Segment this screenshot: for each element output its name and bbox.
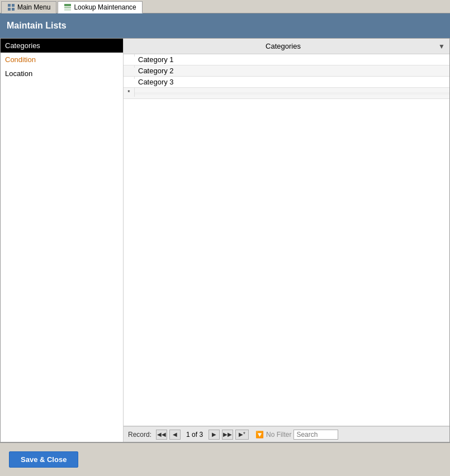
svg-rect-0 (8, 4, 11, 7)
nav-filter: 🔽 No Filter (255, 431, 291, 439)
left-panel: Categories Condition Location (1, 39, 124, 442)
title-bar: Maintain Lists (0, 13, 450, 38)
right-panel: Categories ▼ Category 1 Category 2 Categ… (124, 39, 449, 442)
tab-main-menu[interactable]: Main Menu (1, 1, 56, 13)
main-content: Categories Condition Location Categories… (0, 38, 450, 442)
row-selector-3 (124, 77, 135, 79)
nav-prev-button[interactable]: ◀ (169, 430, 181, 440)
row-cell-2[interactable]: Category 2 (135, 65, 449, 76)
sidebar-item-categories[interactable]: Categories (1, 39, 123, 53)
table-row-new[interactable]: * (124, 88, 449, 99)
svg-rect-1 (12, 4, 15, 7)
grid-header-dropdown[interactable]: ▼ (438, 43, 445, 50)
nav-next-button[interactable]: ▶ (209, 430, 220, 440)
row-cell-3[interactable]: Category 3 (135, 77, 449, 87)
row-cell-new[interactable] (135, 92, 449, 95)
svg-rect-5 (64, 7, 71, 8)
table-row[interactable]: Category 1 (124, 54, 449, 65)
tab-bar: Main Menu Lookup Maintenance (0, 0, 450, 13)
row-selector-new: * (124, 88, 135, 97)
nav-position: 1 of 3 (183, 431, 206, 439)
grid-icon (7, 3, 15, 11)
svg-rect-4 (64, 4, 71, 6)
page-title: Maintain Lists (7, 21, 67, 31)
svg-rect-6 (64, 9, 71, 11)
save-close-button[interactable]: Save & Close (9, 451, 78, 468)
nav-new-button[interactable]: ▶* (235, 430, 249, 440)
tab-lookup-maintenance[interactable]: Lookup Maintenance (58, 1, 142, 13)
grid-column-header: Categories (128, 42, 438, 50)
tab-main-menu-label: Main Menu (17, 3, 50, 11)
table-icon (64, 3, 72, 11)
svg-rect-2 (8, 8, 11, 11)
search-input[interactable] (293, 430, 338, 440)
nav-last-button[interactable]: ▶▶ (222, 430, 233, 440)
table-row[interactable]: Category 2 (124, 65, 449, 77)
sidebar-item-condition[interactable]: Condition (1, 53, 123, 67)
nav-first-button[interactable]: ◀◀ (156, 430, 167, 440)
svg-rect-3 (12, 8, 15, 11)
grid-header: Categories ▼ (124, 39, 449, 54)
filter-icon: 🔽 (255, 431, 264, 439)
no-filter-label: No Filter (266, 431, 291, 439)
sidebar-item-location[interactable]: Location (1, 67, 123, 81)
nav-bar: Record: ◀◀ ◀ 1 of 3 ▶ ▶▶ ▶* 🔽 No Filter (124, 426, 449, 442)
row-cell-1[interactable]: Category 1 (135, 54, 449, 65)
table-row[interactable]: Category 3 (124, 77, 449, 88)
grid-body: Category 1 Category 2 Category 3 * (124, 54, 449, 426)
record-label: Record: (128, 431, 151, 439)
tab-lookup-maintenance-label: Lookup Maintenance (74, 3, 136, 11)
row-selector-2 (124, 65, 135, 68)
row-selector-1 (124, 54, 135, 56)
bottom-bar: Save & Close (0, 442, 450, 476)
